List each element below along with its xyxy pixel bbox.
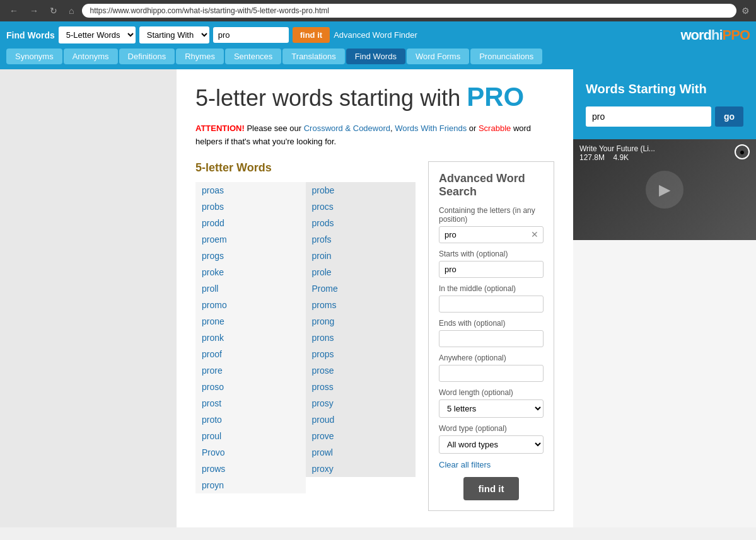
nav-pronunciations[interactable]: Pronunciations bbox=[470, 49, 542, 64]
word-item[interactable]: probe bbox=[306, 182, 416, 198]
word-item[interactable]: prosy bbox=[306, 395, 416, 411]
home-button[interactable]: ⌂ bbox=[66, 4, 77, 17]
word-item[interactable]: prodd bbox=[195, 215, 306, 231]
clear-filters-link[interactable]: Clear all filters bbox=[439, 460, 544, 469]
word-item[interactable]: prore bbox=[195, 362, 306, 379]
content-area: 5-letter words starting with PRO ATTENTI… bbox=[177, 69, 573, 527]
crossword-link[interactable]: Crossword & Codeword bbox=[304, 124, 390, 133]
search-input[interactable] bbox=[213, 27, 289, 43]
containing-label: Containing the letters (in any position) bbox=[439, 206, 544, 224]
nav-word-forms[interactable]: Word Forms bbox=[407, 49, 469, 64]
advanced-find-it-button[interactable]: find it bbox=[463, 477, 520, 500]
find-words-label: Find Words bbox=[6, 30, 55, 40]
word-item[interactable]: profs bbox=[306, 231, 416, 248]
word-item[interactable]: progs bbox=[195, 248, 306, 264]
word-item[interactable]: prole bbox=[306, 264, 416, 280]
word-item[interactable]: props bbox=[306, 346, 416, 362]
word-item[interactable]: procs bbox=[306, 198, 416, 215]
word-item[interactable]: Provo bbox=[195, 444, 306, 461]
ends-input[interactable] bbox=[439, 330, 544, 347]
attention-box: ATTENTION! Please see our Crossword & Co… bbox=[195, 122, 554, 149]
wwf-link[interactable]: Words With Friends bbox=[395, 124, 467, 133]
word-item[interactable]: proto bbox=[195, 411, 306, 428]
word-item[interactable]: prows bbox=[195, 461, 306, 477]
widget-go-button[interactable]: go bbox=[715, 106, 743, 127]
word-item[interactable]: proud bbox=[306, 411, 416, 428]
video-placeholder[interactable]: Write Your Future (Li... 127.8M 4.9K ▶ ● bbox=[573, 139, 756, 240]
word-item[interactable]: proof bbox=[195, 346, 306, 362]
scrabble-link[interactable]: Scrabble bbox=[479, 124, 511, 133]
word-item[interactable]: prose bbox=[306, 362, 416, 379]
word-item[interactable]: prowl bbox=[306, 444, 416, 461]
word-item[interactable]: proin bbox=[306, 248, 416, 264]
letter-count-select[interactable]: 5-Letter Words bbox=[59, 26, 136, 43]
word-item[interactable]: probs bbox=[195, 198, 306, 215]
section-title: 5-letter Words bbox=[195, 161, 416, 175]
video-stats: 127.8M 4.9K bbox=[579, 153, 655, 162]
word-item[interactable]: pronk bbox=[195, 330, 306, 346]
type-select[interactable]: All word types bbox=[439, 435, 544, 454]
middle-label: In the middle (optional) bbox=[439, 284, 544, 293]
word-item[interactable]: proul bbox=[195, 428, 306, 444]
word-item[interactable]: promo bbox=[195, 297, 306, 313]
nav-antonyms[interactable]: Antonyms bbox=[64, 49, 118, 64]
word-item[interactable]: proso bbox=[195, 379, 306, 395]
word-item[interactable]: prone bbox=[195, 313, 306, 330]
starts-label: Starts with (optional) bbox=[439, 250, 544, 258]
attention-text: Please see our bbox=[247, 124, 303, 133]
containing-field-wrapper: ✕ bbox=[439, 226, 544, 243]
starts-input[interactable] bbox=[439, 261, 544, 278]
nav-synonyms[interactable]: Synonyms bbox=[6, 49, 62, 64]
video-circle-icon: ● bbox=[735, 144, 750, 159]
word-item[interactable]: prost bbox=[195, 395, 306, 411]
browser-chrome: ← → ↻ ⌂ https://www.wordhippo.com/what-i… bbox=[0, 0, 756, 21]
word-item[interactable]: proyn bbox=[195, 477, 306, 493]
word-item[interactable]: prons bbox=[306, 330, 416, 346]
clear-containing-icon[interactable]: ✕ bbox=[531, 229, 538, 239]
widget-title: Words Starting With bbox=[586, 82, 743, 96]
nav-find-words[interactable]: Find Words bbox=[346, 49, 405, 64]
nav-rhymes[interactable]: Rhymes bbox=[176, 49, 224, 64]
nav-translations[interactable]: Translations bbox=[282, 49, 344, 64]
word-item[interactable]: proxy bbox=[306, 461, 416, 477]
refresh-button[interactable]: ↻ bbox=[47, 4, 61, 17]
video-likes: 4.9K bbox=[613, 153, 629, 162]
word-item[interactable]: proke bbox=[195, 264, 306, 280]
word-item[interactable]: prods bbox=[306, 215, 416, 231]
nav-sentences[interactable]: Sentences bbox=[225, 49, 281, 64]
content-with-advanced: 5-letter Words proasprobeprobsprocsprodd… bbox=[195, 161, 554, 511]
word-item[interactable]: proll bbox=[195, 280, 306, 297]
words-section: 5-letter Words proasprobeprobsprocsprodd… bbox=[195, 161, 416, 511]
right-sidebar: Words Starting With go Write Your Future… bbox=[573, 69, 756, 527]
middle-input[interactable] bbox=[439, 296, 544, 313]
advanced-search-panel: Advanced Word Search Containing the lett… bbox=[428, 161, 554, 511]
words-starting-widget: Words Starting With go bbox=[573, 69, 756, 139]
words-grid: proasprobeprobsprocsproddprodsproemprofs… bbox=[195, 182, 416, 493]
find-it-button[interactable]: find it bbox=[293, 27, 330, 43]
word-item[interactable]: proms bbox=[306, 297, 416, 313]
widget-search-input[interactable] bbox=[586, 106, 711, 127]
anywhere-input[interactable] bbox=[439, 365, 544, 382]
forward-button[interactable]: → bbox=[26, 4, 42, 17]
back-button[interactable]: ← bbox=[6, 4, 21, 17]
length-select[interactable]: 5 letters bbox=[439, 399, 544, 418]
word-item[interactable]: prove bbox=[306, 428, 416, 444]
word-item[interactable]: proas bbox=[195, 182, 306, 198]
widget-input-row: go bbox=[586, 106, 743, 127]
anywhere-label: Anywhere (optional) bbox=[439, 353, 544, 362]
word-item[interactable]: proem bbox=[195, 231, 306, 248]
attention-label: ATTENTION! bbox=[195, 124, 245, 133]
extensions-icon: ⚙ bbox=[741, 6, 750, 16]
containing-input[interactable] bbox=[439, 226, 544, 243]
word-item[interactable]: Prome bbox=[306, 280, 416, 297]
word-item[interactable]: pross bbox=[306, 379, 416, 395]
word-item[interactable]: prong bbox=[306, 313, 416, 330]
nav-definitions[interactable]: Definitions bbox=[119, 49, 175, 64]
advanced-word-finder-link[interactable]: Advanced Word Finder bbox=[334, 30, 417, 40]
left-sidebar bbox=[0, 69, 177, 527]
starting-type-select[interactable]: Starting With bbox=[139, 26, 209, 43]
advanced-search-title: Advanced Word Search bbox=[439, 172, 544, 198]
top-navigation: Find Words 5-Letter Words Starting With … bbox=[0, 21, 756, 49]
page-title: 5-letter words starting with PRO bbox=[195, 82, 554, 112]
attention-text2: or bbox=[469, 124, 479, 133]
